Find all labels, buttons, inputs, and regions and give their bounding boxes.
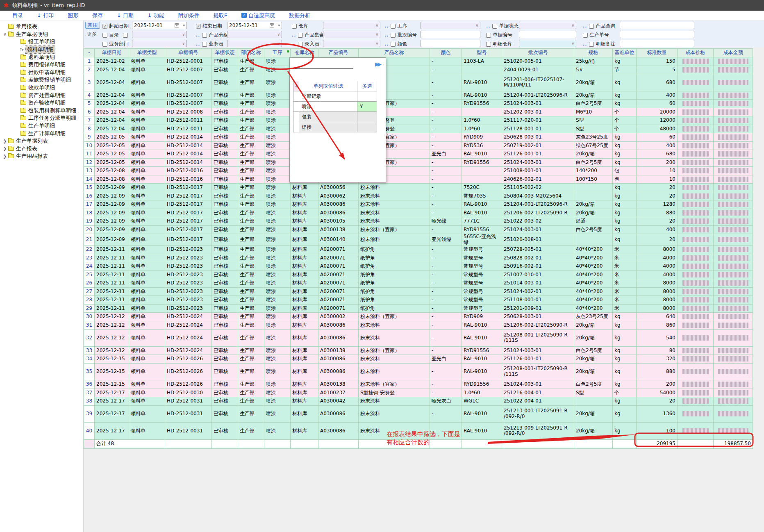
table-row[interactable]: 292025-12-11领料单HD-2512-0023已审核生产部喷涂材料库A0… bbox=[84, 304, 753, 313]
sidebar-item-14[interactable]: 生产计算单明细 bbox=[0, 130, 83, 137]
table-row[interactable]: 252025-12-11领料单HD-2512-0023已审核生产部喷涂材料库A0… bbox=[84, 271, 753, 279]
dropdown-arrow-icon[interactable]: ∨ bbox=[375, 32, 378, 36]
dropdown-arrow-icon[interactable]: ∨ bbox=[571, 23, 574, 27]
table-row[interactable]: 102025-12-05领料单HD-2512-0014已审核生产部喷涂粉末涂料（… bbox=[84, 141, 753, 150]
table-row[interactable]: 172025-12-09领料单HD-2512-0017已审核生产部喷涂材料库A0… bbox=[84, 200, 753, 209]
sidebar-item-11[interactable]: 包装用料测算单明细 bbox=[0, 107, 83, 115]
table-row[interactable]: 62025-12-04领料单HD-2512-0008已审核生产部喷涂-25120… bbox=[84, 108, 753, 116]
col-header-doc-date[interactable]: 单据日期 bbox=[95, 49, 129, 57]
table-row[interactable]: 392025-12-17领料单HD-2512-0031已审核生产部喷涂材料库A0… bbox=[84, 405, 753, 423]
table-row[interactable]: 162025-12-09领料单HD-2512-0017已审核生产部喷涂材料库A0… bbox=[84, 192, 753, 200]
col-header-std-qty[interactable]: 标准数量 bbox=[637, 49, 678, 57]
option-row-selector[interactable] bbox=[293, 91, 299, 102]
filter-select-start-date[interactable]: 2025-12-01▾ bbox=[132, 22, 187, 29]
table-row[interactable]: 182025-12-09领料单HD-2512-0017已审核生产部喷涂材料库A0… bbox=[84, 209, 753, 217]
sidebar-item-16[interactable]: ❯生产报表 bbox=[0, 145, 83, 153]
filter-checkbox-product-group[interactable] bbox=[202, 33, 207, 38]
popup-search-input[interactable] bbox=[295, 68, 353, 69]
filter-checkbox-color[interactable] bbox=[391, 42, 396, 47]
col-header-doc-type[interactable]: 单据类型 bbox=[129, 49, 165, 57]
sidebar-item-10[interactable]: 资产验收单明细 bbox=[0, 99, 83, 107]
option-label[interactable]: 全部记录 bbox=[299, 91, 357, 102]
toolbar-item-打印[interactable]: ↓打印 bbox=[37, 12, 54, 19]
toolbar-item-日期[interactable]: ↓日期 bbox=[117, 12, 134, 19]
table-row[interactable]: 32025-12-04领料单HD-2512-0007已审核生产部喷涂-RAL-9… bbox=[84, 74, 753, 91]
filter-checkbox-product-query[interactable] bbox=[589, 24, 594, 29]
table-row[interactable]: 152025-12-09领料单HD-2512-0017已审核生产部喷涂材料库A0… bbox=[84, 184, 753, 192]
dropdown-arrow-icon[interactable]: ∨ bbox=[182, 41, 185, 45]
col-header-color[interactable]: 颜色 bbox=[430, 49, 462, 57]
filter-checkbox-end-date[interactable]: ✓ bbox=[196, 24, 201, 29]
filter-checkbox-detail-warehouse[interactable] bbox=[486, 42, 491, 47]
option-row-selector[interactable] bbox=[293, 112, 299, 122]
tree-chevron-icon[interactable]: ❯ bbox=[2, 154, 7, 159]
table-row[interactable]: 72025-12-04领料单HD-2512-0011已审核生产部喷涂S型挂钩-安… bbox=[84, 116, 753, 125]
filter-input-detail-remark[interactable] bbox=[620, 40, 694, 47]
option-label[interactable]: 包装 bbox=[299, 112, 357, 122]
table-row[interactable]: 342025-12-15领料单HD-2512-0026已审核生产部喷涂材料库A0… bbox=[84, 355, 753, 364]
col-header-spec[interactable]: 规格 bbox=[574, 49, 613, 57]
table-row[interactable]: 42025-12-04领料单HD-2512-0007已审核生产部喷涂-RAL-9… bbox=[84, 91, 753, 100]
table-row[interactable]: 222025-12-11领料单HD-2512-0023已审核生产部喷涂材料库A0… bbox=[84, 246, 753, 254]
filter-option-row-2[interactable]: 包装 bbox=[293, 112, 377, 122]
filter-checkbox-biz-dept[interactable] bbox=[102, 42, 107, 47]
table-row[interactable]: 192025-12-09领料单HD-2512-0017已审核生产部喷涂材料库A0… bbox=[84, 217, 753, 226]
filter-checkbox-detail-remark[interactable] bbox=[589, 42, 594, 47]
table-row[interactable]: 272025-12-11领料单HD-2512-0023已审核生产部喷涂材料库A0… bbox=[84, 287, 753, 296]
filter-select-process[interactable]: ∨ bbox=[421, 22, 480, 29]
table-row[interactable]: 282025-12-11领料单HD-2512-0023已审核生产部喷涂材料库A0… bbox=[84, 296, 753, 305]
option-selected-flag[interactable]: Y bbox=[357, 102, 377, 112]
calendar-icon[interactable] bbox=[270, 23, 274, 27]
tree-chevron-icon[interactable]: ❯ bbox=[2, 146, 7, 151]
toolbar-item-目录[interactable]: 目录 bbox=[12, 12, 23, 19]
common-filters-button[interactable]: 常用 bbox=[85, 22, 100, 29]
filter-select-product-set[interactable]: ∨ bbox=[323, 31, 380, 38]
filter-checkbox-salesman[interactable] bbox=[202, 42, 207, 47]
table-row[interactable]: 372025-12-17领料单HD-2512-0030已审核生产部喷涂材料库A0… bbox=[84, 389, 753, 397]
col-header-product-code[interactable]: 产品编号 bbox=[318, 49, 359, 57]
sidebar-item-4[interactable]: 退料单明细 bbox=[0, 53, 83, 61]
filter-input-production-no[interactable] bbox=[620, 31, 694, 38]
sidebar-item-2[interactable]: 报工单明细 bbox=[0, 38, 83, 46]
table-row[interactable]: 82025-12-04领料单HD-2512-0011已审核生产部喷涂S型挂钩-安… bbox=[84, 125, 753, 133]
col-header-batch-no[interactable]: 批次编号 bbox=[502, 49, 574, 57]
table-row[interactable]: 352025-12-15领料单HD-2512-0026已审核生产部喷涂材料库A0… bbox=[84, 363, 753, 380]
filter-input-product-query[interactable] bbox=[620, 22, 694, 29]
option-label[interactable]: 喷涂 bbox=[299, 102, 357, 112]
filter-select-catalog[interactable]: ∨ bbox=[132, 31, 187, 38]
dropdown-arrow-icon[interactable]: ∨ bbox=[277, 41, 280, 45]
filter-select-salesman[interactable]: ∨ bbox=[227, 40, 282, 47]
dropdown-arrow-icon[interactable]: ∨ bbox=[375, 23, 378, 27]
table-row[interactable]: 122025-12-05领料单HD-2512-0014已审核生产部喷涂粉末涂料（… bbox=[84, 158, 753, 167]
sidebar-item-9[interactable]: 资产处置单明细 bbox=[0, 91, 83, 99]
table-row[interactable]: 22025-12-04领料单HD-2512-0007已审核生产部喷涂-2404-… bbox=[84, 66, 753, 74]
col-header-row-num[interactable]: - bbox=[84, 49, 95, 57]
sidebar-item-15[interactable]: ❯生产单据列表 bbox=[0, 137, 83, 145]
dropdown-arrow-icon[interactable]: ∨ bbox=[277, 32, 280, 36]
sidebar-item-8[interactable]: 收款单明细 bbox=[0, 84, 83, 92]
option-selected-flag[interactable] bbox=[357, 112, 377, 122]
col-header-model[interactable]: 型号 bbox=[462, 49, 502, 57]
table-row[interactable]: 92025-12-05领料单HD-2512-0014已审核生产部喷涂粉末涂料（宜… bbox=[84, 133, 753, 142]
table-row[interactable]: 362025-12-15领料单HD-2512-0026已审核生产部喷涂材料库A0… bbox=[84, 380, 753, 389]
toolbar-item-自适应高度[interactable]: ✓自适应高度 bbox=[241, 12, 275, 19]
toolbar-item-图形[interactable]: 图形 bbox=[68, 12, 78, 19]
sidebar-item-13[interactable]: 生产单明细 bbox=[0, 122, 83, 130]
sidebar-item-1[interactable]: ∨生产单据明细 bbox=[0, 31, 83, 39]
col-header-warehouse[interactable]: 仓库名称 bbox=[291, 49, 318, 57]
tree-chevron-icon[interactable]: ∨ bbox=[2, 32, 7, 36]
filter-checkbox-batch-no[interactable] bbox=[391, 33, 396, 38]
table-row[interactable]: 302025-12-12领料单HD-2512-0024已审核生产部喷涂材料库A0… bbox=[84, 313, 753, 321]
option-selected-flag[interactable] bbox=[357, 122, 377, 132]
table-row[interactable]: 382025-12-17领料单HD-2512-0031已审核生产部喷涂材料库A0… bbox=[84, 397, 753, 406]
dropdown-arrow-icon[interactable]: ∨ bbox=[571, 41, 574, 45]
dropdown-arrow-icon[interactable]: ▾ bbox=[278, 23, 280, 27]
dropdown-arrow-icon[interactable]: ▾ bbox=[183, 23, 185, 27]
toolbar-item-功能[interactable]: ↓功能 bbox=[148, 12, 164, 19]
filter-checkbox-extra[interactable] bbox=[123, 33, 128, 38]
option-selected-flag[interactable] bbox=[357, 91, 377, 102]
filter-option-row-0[interactable]: 全部记录 bbox=[293, 91, 377, 102]
table-row[interactable]: 202025-12-09领料单HD-2512-0017已审核生产部喷涂材料库A0… bbox=[84, 225, 753, 234]
dropdown-arrow-icon[interactable]: ∨ bbox=[475, 23, 478, 27]
forward-arrows-icon[interactable]: ▶▶ bbox=[375, 61, 380, 67]
